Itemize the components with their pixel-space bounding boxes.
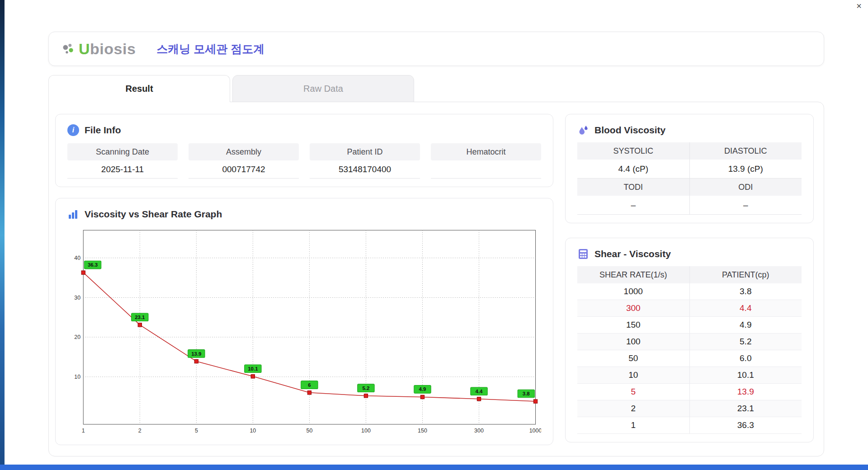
file-info-value: [431, 160, 541, 179]
page-title: 스캐닝 모세관 점도계: [156, 42, 264, 56]
file-info-title-row: i File Info: [67, 123, 541, 137]
blood-viscosity-header-row: SYSTOLICDIASTOLIC: [577, 142, 802, 160]
header-card: Ubiosis 스캐닝 모세관 점도계: [48, 32, 824, 66]
shear-rate-cell: 150: [577, 317, 689, 333]
file-info-value: 2025-11-11: [67, 160, 178, 179]
info-icon: i: [67, 124, 79, 136]
shear-viscosity-table: SHEAR RATE(1/s) PATIENT(cp) 10003.83004.…: [577, 266, 802, 434]
svg-text:1000: 1000: [529, 428, 541, 434]
svg-text:50: 50: [306, 428, 312, 434]
svg-text:10: 10: [74, 374, 80, 380]
shear-rate-cell: 2: [577, 400, 689, 417]
blood-viscosity-label: SYSTOLIC: [577, 142, 689, 160]
svg-text:300: 300: [474, 428, 484, 434]
left-column: i File Info Scanning Date2025-11-11Assem…: [55, 114, 553, 445]
shear-viscosity-title: Shear - Viscosity: [594, 249, 671, 259]
logo-dots-icon: [62, 43, 74, 55]
file-info-title: File Info: [85, 125, 121, 136]
file-info-label: Scanning Date: [67, 143, 178, 160]
patient-cell: 36.3: [689, 417, 802, 433]
patient-cell: 3.8: [689, 283, 802, 300]
column-header-patient: PATIENT(cp): [689, 266, 802, 283]
svg-text:10.1: 10.1: [248, 366, 258, 371]
blood-viscosity-value: –: [577, 196, 689, 215]
svg-text:10: 10: [250, 428, 256, 434]
svg-text:150: 150: [418, 428, 427, 434]
patient-cell: 4.9: [689, 317, 802, 333]
file-info-label: Assembly: [189, 143, 299, 160]
right-column: Blood Viscosity SYSTOLICDIASTOLIC4.4 (cP…: [565, 114, 814, 445]
file-info-field: Hematocrit: [431, 143, 541, 179]
shear-rate-cell: 50: [577, 350, 689, 367]
blood-viscosity-label: DIASTOLIC: [689, 142, 802, 160]
file-info-fields: Scanning Date2025-11-11Assembly000717742…: [67, 143, 541, 179]
svg-text:36.3: 36.3: [88, 262, 98, 268]
table-header-row: SHEAR RATE(1/s) PATIENT(cp): [577, 266, 802, 283]
app-content: Ubiosis 스캐닝 모세관 점도계 ResultRaw Data i Fil…: [48, 0, 824, 456]
shear-viscosity-title-row: Shear - Viscosity: [577, 247, 802, 261]
file-info-field: Patient ID53148170400: [310, 143, 420, 179]
shear-rate-cell: 10: [577, 367, 689, 383]
shear-rate-cell: 300: [577, 300, 689, 316]
svg-text:20: 20: [74, 334, 80, 340]
patient-cell: 6.0: [689, 350, 802, 367]
taskbar: [0, 465, 868, 470]
bar-chart-icon: [67, 208, 79, 220]
svg-text:4.9: 4.9: [419, 386, 426, 392]
table-row: 136.3: [577, 417, 802, 434]
blood-viscosity-value-row: ––: [577, 196, 802, 215]
file-info-value: 000717742: [189, 160, 299, 179]
blood-viscosity-grid: SYSTOLICDIASTOLIC4.4 (cP)13.9 (cP)TODIOD…: [577, 142, 802, 215]
table-row: 1504.9: [577, 317, 802, 334]
table-row: 513.9: [577, 384, 802, 400]
file-info-label: Patient ID: [310, 143, 420, 160]
viscosity-chart: 102030401251050100150300100036.323.113.9…: [67, 226, 541, 437]
blood-viscosity-value: 13.9 (cP): [689, 160, 802, 179]
column-header-shear-rate: SHEAR RATE(1/s): [577, 266, 689, 283]
file-info-field: Assembly000717742: [189, 143, 299, 179]
tab-raw-data[interactable]: Raw Data: [232, 75, 414, 102]
svg-text:40: 40: [74, 255, 80, 261]
content-panel: i File Info Scanning Date2025-11-11Assem…: [48, 102, 824, 456]
svg-text:6: 6: [308, 382, 311, 388]
shear-rate-cell: 100: [577, 334, 689, 350]
shear-rate-cell: 1000: [577, 283, 689, 300]
blood-viscosity-value: 4.4 (cP): [577, 160, 689, 179]
patient-cell: 23.1: [689, 400, 802, 417]
table-row: 3004.4: [577, 300, 802, 317]
close-icon[interactable]: ×: [856, 1, 862, 11]
file-info-card: i File Info Scanning Date2025-11-11Assem…: [55, 114, 553, 187]
table-row: 223.1: [577, 400, 802, 417]
svg-text:4.4: 4.4: [476, 389, 483, 394]
table-body: 10003.83004.41504.91005.2506.01010.1513.…: [577, 283, 802, 434]
patient-cell: 5.2: [689, 334, 802, 350]
tab-result[interactable]: Result: [48, 75, 230, 102]
svg-text:5: 5: [195, 428, 198, 434]
table-row: 1005.2: [577, 334, 802, 350]
svg-text:2: 2: [138, 428, 142, 434]
logo-u: U: [79, 40, 90, 57]
patient-cell: 10.1: [689, 367, 802, 383]
table-row: 506.0: [577, 350, 802, 367]
shear-rate-cell: 1: [577, 417, 689, 433]
ubiosis-logo: Ubiosis: [62, 40, 136, 58]
graph-title-row: Viscosity vs Shear Rate Graph: [67, 207, 541, 221]
svg-text:23.1: 23.1: [135, 315, 145, 320]
calculator-icon: [577, 248, 589, 260]
blood-viscosity-card: Blood Viscosity SYSTOLICDIASTOLIC4.4 (cP…: [565, 114, 814, 223]
desktop-wallpaper-strip: [0, 0, 5, 470]
droplet-icon: [577, 124, 589, 136]
file-info-field: Scanning Date2025-11-11: [67, 143, 178, 179]
app-window: × Ubiosis 스캐닝 모세관 점도계 ResultRaw Data: [5, 0, 868, 465]
svg-text:30: 30: [74, 295, 80, 301]
blood-viscosity-value-row: 4.4 (cP)13.9 (cP): [577, 160, 802, 179]
table-row: 10003.8: [577, 283, 802, 300]
shear-rate-cell: 5: [577, 384, 689, 400]
shear-viscosity-card: Shear - Viscosity SHEAR RATE(1/s) PATIEN…: [565, 238, 814, 442]
table-row: 1010.1: [577, 367, 802, 384]
file-info-label: Hematocrit: [431, 143, 541, 160]
file-info-value: 53148170400: [310, 160, 420, 179]
blood-viscosity-header-row: TODIODI: [577, 179, 802, 196]
patient-cell: 13.9: [689, 384, 802, 400]
svg-text:100: 100: [361, 428, 371, 434]
